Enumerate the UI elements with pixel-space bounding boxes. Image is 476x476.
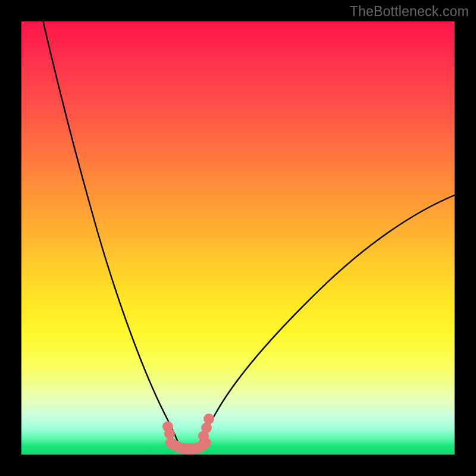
chart-frame: TheBottleneck.com [0,0,476,476]
watermark-text: TheBottleneck.com [350,4,469,20]
chart-plot-area [21,21,455,455]
